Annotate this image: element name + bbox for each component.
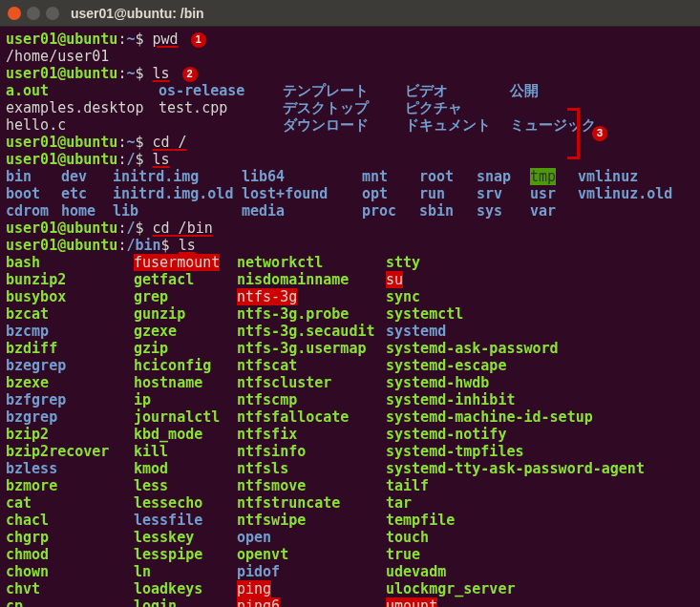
ls-home-output: a.out os-release テンプレート ビデオ 公開 examples.… bbox=[6, 82, 694, 134]
close-icon[interactable] bbox=[8, 7, 21, 20]
prompt-line: user01@ubuntu:~$ cd / bbox=[6, 134, 694, 151]
ls-bin-entry: bzfgrep bbox=[6, 391, 134, 408]
window-title: user01@ubuntu: /bin bbox=[71, 6, 204, 21]
ls-root-entry: etc bbox=[61, 185, 113, 202]
file: test.cpp bbox=[159, 99, 283, 116]
ls-bin-entry: bzdiff bbox=[6, 340, 134, 357]
ls-bin-entry: kmod bbox=[134, 460, 237, 477]
ls-bin-entry: networkctl bbox=[237, 254, 386, 271]
ls-bin-entry: bzegrep bbox=[6, 357, 134, 374]
folder: テンプレート bbox=[283, 82, 405, 99]
cmd-ls: ls bbox=[179, 237, 196, 254]
ls-bin-entry: su bbox=[386, 271, 672, 288]
ls-bin-entry: journalctl bbox=[134, 408, 237, 426]
ls-bin-entry: gzip bbox=[134, 340, 237, 357]
folder: ドキュメント bbox=[405, 116, 510, 134]
ls-bin-entry: getfacl bbox=[134, 271, 237, 288]
ls-bin-entry: ntfs-3g.probe bbox=[237, 305, 386, 323]
ls-bin-entry: ntfsinfo bbox=[237, 443, 386, 460]
ls-root-entry: dev bbox=[61, 168, 113, 185]
ls-bin-entry: bzexe bbox=[6, 374, 134, 391]
cmd-pwd: pwd bbox=[153, 31, 179, 48]
ls-root-entry: usr bbox=[530, 185, 578, 202]
ls-bin-entry: systemd bbox=[386, 323, 672, 340]
ls-root-entry: home bbox=[61, 202, 113, 220]
ls-bin-entry: pidof bbox=[237, 563, 386, 580]
ls-bin-entry: ntfsfix bbox=[237, 426, 386, 443]
ls-root-entry: var bbox=[530, 202, 578, 220]
file-link: os-release bbox=[159, 82, 283, 99]
ls-bin-entry: bzcmp bbox=[6, 323, 134, 340]
ls-bin-entry: hciconfig bbox=[134, 357, 237, 374]
ls-root-entry: boot bbox=[6, 185, 61, 202]
ls-root-entry: root bbox=[419, 168, 477, 185]
ls-bin-entry: umount bbox=[386, 597, 672, 607]
ls-root-entry: lost+found bbox=[242, 185, 362, 202]
ls-bin-entry: ntfsmove bbox=[237, 477, 386, 494]
ls-bin-entry: openvt bbox=[237, 546, 386, 563]
ls-bin-entry: gzexe bbox=[134, 323, 237, 340]
annotation-3: 3 bbox=[592, 126, 607, 141]
ls-bin-entry: hostname bbox=[134, 374, 237, 391]
ls-bin-entry: systemd-machine-id-setup bbox=[386, 408, 672, 426]
ls-bin-entry: ntfsfallocate bbox=[237, 408, 386, 426]
ls-bin-entry: ntfswipe bbox=[237, 512, 386, 529]
ls-bin-entry: chvt bbox=[6, 580, 134, 597]
ls-bin-entry: chacl bbox=[6, 512, 134, 529]
ls-bin-entry: bunzip2 bbox=[6, 271, 134, 288]
folder: ビデオ bbox=[405, 82, 510, 99]
file-exe: a.out bbox=[6, 82, 159, 99]
ls-bin-entry: systemd-ask-password bbox=[386, 340, 672, 357]
terminal-area[interactable]: user01@ubuntu:~$ pwd 1 /home/user01 user… bbox=[0, 27, 700, 607]
ls-bin-entry: systemd-tty-ask-password-agent bbox=[386, 460, 672, 477]
minimize-icon[interactable] bbox=[27, 7, 40, 20]
ls-root-entry: opt bbox=[362, 185, 419, 202]
ls-bin-entry: kill bbox=[134, 443, 237, 460]
file: examples.desktop bbox=[6, 99, 159, 116]
ls-root-entry: lib64 bbox=[242, 168, 362, 185]
ls-bin-entry: udevadm bbox=[386, 563, 672, 580]
ls-bin-output: bashfusermountnetworkctlsttybunzip2getfa… bbox=[6, 254, 694, 607]
ls-bin-entry: grep bbox=[134, 288, 237, 305]
ls-bin-entry: bzcat bbox=[6, 305, 134, 323]
prompt-line: user01@ubuntu:/$ cd /bin bbox=[6, 220, 694, 237]
ls-bin-entry: ntfscmp bbox=[237, 391, 386, 408]
ls-bin-entry: stty bbox=[386, 254, 672, 271]
cmd-ls: ls bbox=[153, 65, 170, 82]
ls-bin-entry: chown bbox=[6, 563, 134, 580]
ls-root-entry: srv bbox=[477, 185, 530, 202]
ls-root-entry: bin bbox=[6, 168, 61, 185]
ls-bin-entry: cat bbox=[6, 494, 134, 512]
ls-bin-entry: touch bbox=[386, 529, 672, 546]
ls-bin-entry: gunzip bbox=[134, 305, 237, 323]
ls-bin-entry: fusermount bbox=[134, 254, 237, 271]
ls-bin-entry: kbd_mode bbox=[134, 426, 237, 443]
ls-root-entry: initrd.img.old bbox=[113, 185, 242, 202]
ls-bin-entry: ntfsls bbox=[237, 460, 386, 477]
pwd-output: /home/user01 bbox=[6, 48, 694, 65]
ls-root-entry bbox=[578, 202, 688, 220]
ls-root-entry: proc bbox=[362, 202, 419, 220]
ls-bin-entry: lesspipe bbox=[134, 546, 237, 563]
folder: 公開 bbox=[510, 82, 596, 99]
ls-bin-entry: cp bbox=[6, 597, 134, 607]
folder: ミュージック bbox=[510, 116, 596, 134]
ls-root-entry: sys bbox=[477, 202, 530, 220]
ls-root-entry: snap bbox=[477, 168, 530, 185]
ls-bin-entry: systemd-tmpfiles bbox=[386, 443, 672, 460]
ls-bin-entry: chgrp bbox=[6, 529, 134, 546]
window-titlebar: user01@ubuntu: /bin bbox=[0, 0, 700, 27]
ls-bin-entry: tailf bbox=[386, 477, 672, 494]
ls-bin-entry: ntfs-3g.secaudit bbox=[237, 323, 386, 340]
prompt-user: user01@ubuntu bbox=[6, 31, 117, 48]
ls-bin-entry: systemctl bbox=[386, 305, 672, 323]
ls-bin-entry: lessfile bbox=[134, 512, 237, 529]
ls-bin-entry: true bbox=[386, 546, 672, 563]
ls-bin-entry: bash bbox=[6, 254, 134, 271]
ls-root-output: bindevinitrd.imglib64mntrootsnaptmpvmlin… bbox=[6, 168, 694, 220]
annotation-bracket bbox=[570, 108, 580, 159]
maximize-icon[interactable] bbox=[46, 7, 59, 20]
prompt-line: user01@ubuntu:/bin$ ls bbox=[6, 237, 694, 254]
folder: ダウンロード bbox=[283, 116, 405, 134]
ls-bin-entry: less bbox=[134, 477, 237, 494]
